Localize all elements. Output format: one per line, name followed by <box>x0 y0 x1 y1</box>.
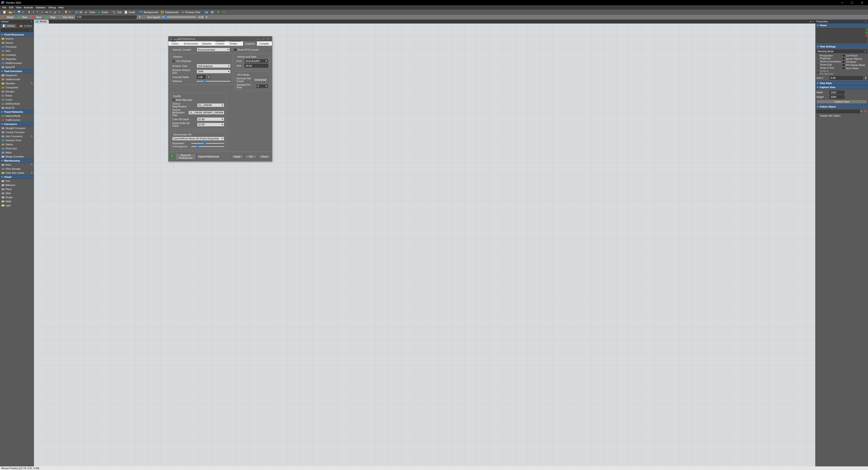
library-item[interactable]: BasicTE <box>0 106 34 110</box>
dialog-tab-dynamic-content[interactable]: Dynamic Content <box>213 39 227 45</box>
tab-toolbox[interactable]: Toolbox <box>17 24 34 28</box>
library-item[interactable]: Paint Slot Labels✎ <box>0 171 34 175</box>
library-item[interactable]: Robot <box>0 94 34 98</box>
library-item[interactable]: ASRSvehicle <box>0 102 34 106</box>
follow-object-field[interactable] <box>816 109 860 113</box>
working-mode-select[interactable]: Working Mode▾ <box>816 50 867 53</box>
link-tool-button[interactable]: ▾ <box>44 10 52 14</box>
process-flow-button[interactable]: Process Flow <box>180 10 201 14</box>
library-item[interactable]: Processor <box>0 45 34 49</box>
stop-button[interactable]: Stop <box>30 15 43 19</box>
menu-edit[interactable]: Edit <box>8 6 15 9</box>
capture-height-input[interactable]: 1080 <box>830 95 844 99</box>
opengl-context-select[interactable]: Recommended▾ <box>197 48 230 52</box>
shadow-type-select[interactable]: Soft shadows▾ <box>197 64 230 68</box>
dialog-minimize-button[interactable]: — <box>256 37 260 40</box>
tex-mag-select[interactable]: GL_LINEAR▾ <box>197 103 224 107</box>
views-section-header[interactable]: − Views <box>815 23 868 27</box>
library-item[interactable]: MultiProcessor <box>0 61 34 65</box>
library-item[interactable]: Queue <box>0 41 34 45</box>
library-category[interactable]: −Warehousing <box>0 159 34 163</box>
run-speed-dropdown[interactable]: ▾ <box>205 15 209 19</box>
dialog-tab-environment[interactable]: Environment <box>182 41 200 45</box>
library-item[interactable]: Plane <box>0 187 34 191</box>
library-item[interactable]: Billboard <box>0 183 34 187</box>
grid-z-input[interactable]: 0.00 <box>830 76 863 80</box>
library-category[interactable]: −Fixed Resources <box>0 33 34 37</box>
library-item[interactable]: Transporter <box>0 86 34 90</box>
checkbox-vr-mode[interactable] <box>842 61 845 63</box>
library-item[interactable]: Straight Conveyor <box>0 126 34 130</box>
samples-per-pixel-select[interactable]: 4▾ <box>256 84 268 88</box>
run-time-field[interactable]: 0.00 <box>75 15 136 19</box>
library-category[interactable]: −Travel Networks <box>0 110 34 114</box>
create-tool-button[interactable]: +▾ <box>35 10 43 14</box>
library-item[interactable]: Combiner <box>0 53 34 57</box>
view-tab-dropdown[interactable]: ▾ <box>810 20 811 23</box>
build-mipmaps-checkbox[interactable] <box>172 98 175 101</box>
softness-slider[interactable] <box>197 80 230 83</box>
grid-z-stepper[interactable]: ▲▼ <box>864 76 867 80</box>
rotate-with-object-checkbox[interactable] <box>816 114 819 117</box>
download-button[interactable]: Download <box>253 78 268 82</box>
edit-tool-button[interactable]: ▾ <box>53 10 61 14</box>
dashboards-button[interactable]: Dashboards <box>160 10 179 14</box>
view-style-section-header[interactable]: − View Style <box>815 81 868 85</box>
view-settings-section-header[interactable]: − View Settings <box>815 44 868 49</box>
library-item[interactable]: Curved Conveyor <box>0 130 34 134</box>
library-search-input[interactable]: ⌕ <box>1 28 33 32</box>
run-speed-slider[interactable] <box>162 16 196 19</box>
checkbox-rtx-mode-beta-[interactable] <box>842 64 845 66</box>
capture-view-section-header[interactable]: − Capture View <box>815 85 868 89</box>
library-item[interactable]: Crane <box>0 98 34 102</box>
separation-slider[interactable] <box>191 142 224 145</box>
step-button[interactable]: Step <box>44 15 57 19</box>
convergence-slider[interactable] <box>191 145 224 148</box>
dialog-tab-graphics[interactable]: Graphics <box>243 41 257 45</box>
library-item[interactable]: Text <box>0 179 34 183</box>
dialog-tab-compiler[interactable]: Compiler <box>257 41 271 45</box>
backgrounds-button[interactable]: Backgrounds <box>138 10 159 14</box>
library-item[interactable]: Sink <box>0 49 34 53</box>
library-item[interactable]: Decision Point <box>0 138 34 143</box>
close-button[interactable] <box>857 0 867 5</box>
library-tree[interactable]: −Fixed ResourcesSourceQueueProcessorSink… <box>0 33 34 466</box>
checkbox-ignore-objects[interactable] <box>842 57 845 60</box>
arrow-tool-button[interactable]: ▾ <box>27 10 35 14</box>
library-item[interactable]: Slide <box>0 191 34 195</box>
open-file-button[interactable]: ▾ <box>8 10 16 14</box>
dialog-tab-fonts-and-colors[interactable]: Fonts and Colors <box>169 36 182 45</box>
font-select[interactable]: Arial-BoldMT▾ <box>245 59 268 63</box>
color-depth-select[interactable]: 32 Bit▾ <box>197 117 224 121</box>
checkbox-snap-to-grid[interactable] <box>816 66 819 69</box>
dialog-tab-libraries[interactable]: Libraries <box>200 41 213 45</box>
library-item[interactable]: Light <box>0 203 34 208</box>
library-item[interactable]: Walls <box>0 199 34 203</box>
excel-button[interactable]: XExcel <box>96 10 109 14</box>
3d-viewport[interactable]: Global Preferences — □ × Fonts and Color… <box>34 24 815 466</box>
menu-statistics[interactable]: Statistics <box>34 6 47 9</box>
refresh-button[interactable] <box>221 10 227 14</box>
menu-execute[interactable]: Execute <box>23 6 34 9</box>
save-file-button[interactable]: ▾ <box>16 10 24 14</box>
depth-buf-select[interactable]: 32 Bit▾ <box>197 123 224 127</box>
library-item[interactable]: Motor <box>0 151 34 155</box>
tex-min-select[interactable]: GL_LINEAR_MIPMAP_LINEAR▾ <box>188 111 224 115</box>
dialog-tab-customize-toolbar[interactable]: Customize Toolbar <box>227 39 243 45</box>
library-item[interactable]: Station <box>0 143 34 147</box>
tab-model[interactable]: Model <box>34 20 49 24</box>
capture-width-input[interactable]: 1920 <box>830 91 844 94</box>
cascade-splits-input[interactable]: 3.00 <box>197 75 206 79</box>
library-category[interactable]: −Task Executers <box>0 69 34 73</box>
library-item[interactable]: Floor Storage <box>0 167 34 171</box>
capture-view-button[interactable]: Capture View <box>816 100 867 104</box>
reset-all-preferences-button[interactable]: Reset All Preferences <box>175 153 196 160</box>
library-item[interactable]: Operator✎ <box>0 81 34 86</box>
3d-toggle[interactable]: 3D <box>74 10 84 14</box>
close-dialog-button[interactable]: Close <box>258 155 271 159</box>
shadow-texture-size-select[interactable]: 2048▾ <box>197 70 230 73</box>
cascade-splits-stepper[interactable]: ▲▼ <box>208 75 210 79</box>
run-button[interactable]: Run <box>17 15 29 19</box>
import-preferences-button[interactable]: Import Preferences <box>197 155 220 159</box>
library-item[interactable]: BasicFR <box>0 65 34 69</box>
